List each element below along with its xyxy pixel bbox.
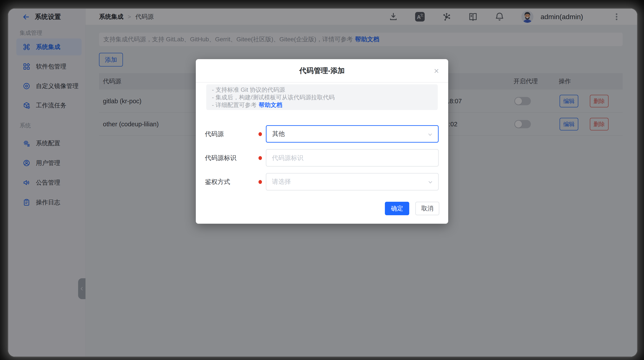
form-row-source-id: 代码源标识: [196, 149, 448, 167]
field-label: 代码源标识: [205, 149, 236, 167]
help-doc-link[interactable]: 帮助文档: [259, 102, 282, 108]
source-type-select[interactable]: 其他: [266, 125, 438, 143]
note-line: - 详细配置可参考帮助文档: [212, 101, 432, 109]
note-line: - 支持标准 Git 协议的代码源: [212, 86, 432, 94]
modal-note-box: - 支持标准 Git 协议的代码源 - 集成后，构建/测试模板可从该代码源拉取代…: [206, 84, 438, 110]
required-dot: [258, 132, 262, 136]
modal-title: 代码管理-添加: [196, 59, 448, 82]
field-label: 代码源: [205, 125, 224, 143]
select-value: 其他: [272, 130, 285, 138]
cancel-button[interactable]: 取消: [415, 202, 439, 215]
note-line-text: - 详细配置可参考: [212, 102, 257, 108]
add-code-source-modal: 代码管理-添加 × - 支持标准 Git 协议的代码源 - 集成后，构建/测试模…: [196, 59, 448, 224]
required-dot: [258, 180, 262, 184]
form-row-auth-method: 鉴权方式 请选择: [196, 173, 448, 190]
required-dot: [258, 156, 262, 160]
note-line: - 集成后，构建/测试模板可从该代码源拉取代码: [212, 94, 432, 101]
auth-method-select[interactable]: 请选择: [266, 173, 438, 190]
modal-header: 代码管理-添加 ×: [196, 59, 448, 83]
source-id-input[interactable]: [266, 149, 438, 167]
select-placeholder: 请选择: [272, 177, 291, 186]
field-label: 鉴权方式: [205, 173, 230, 190]
close-icon[interactable]: ×: [431, 59, 442, 83]
chevron-down-icon: [427, 131, 434, 138]
form-row-source-type: 代码源 其他: [196, 125, 448, 143]
confirm-button[interactable]: 确定: [385, 202, 409, 215]
chevron-down-icon: [427, 179, 434, 186]
